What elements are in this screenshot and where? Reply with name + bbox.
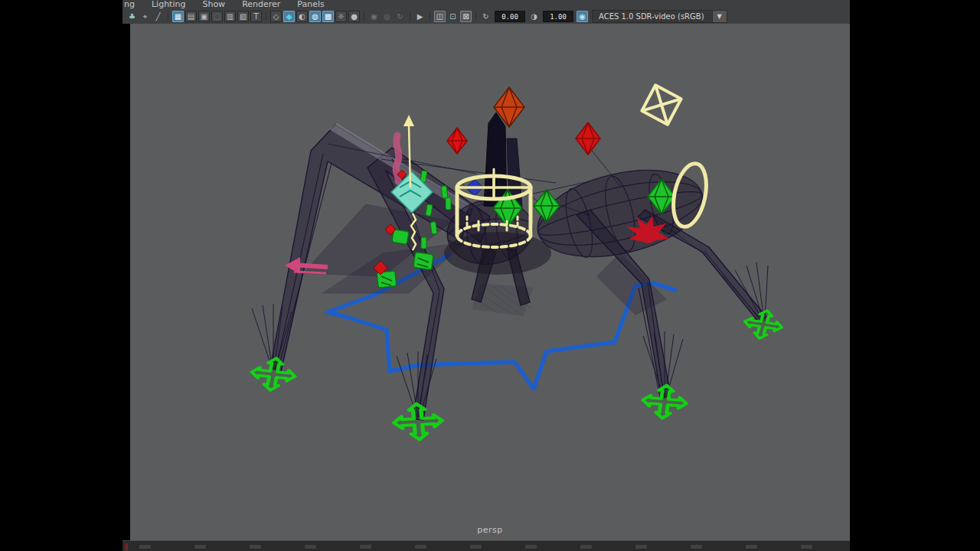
toolbar-separator	[168, 11, 168, 21]
menu-panels[interactable]: Panels	[297, 0, 332, 9]
textured-icon[interactable]: ◐	[296, 11, 308, 22]
spider-chelicerae	[484, 112, 522, 209]
master-square-control[interactable]	[642, 85, 681, 124]
timeline-tick	[580, 545, 592, 549]
toolbar-separator	[266, 11, 266, 21]
camera-pick-icon[interactable]: ⌖	[139, 11, 151, 22]
exposure-icon[interactable]: ↻	[480, 11, 492, 22]
toolbar-separator	[410, 11, 410, 21]
timeline-tick	[746, 545, 757, 549]
depth-peel-icon[interactable]: ◎	[381, 11, 393, 22]
timeline-tick	[305, 545, 316, 549]
gate-mask-icon[interactable]: ▢	[211, 11, 223, 22]
xray-joints-icon[interactable]: ⊡	[447, 11, 459, 22]
gamma-field[interactable]: 1.00	[543, 11, 573, 22]
dropdown-arrow-icon[interactable]: ▼	[713, 10, 727, 23]
pan-zoom-2d-icon[interactable]: ⊠	[460, 11, 472, 22]
multisample-icon[interactable]: ◉	[368, 11, 380, 22]
loop-icon[interactable]: ↻	[394, 11, 406, 22]
menu-renderer[interactable]: Renderer	[242, 0, 289, 9]
exposure-field[interactable]: 0.00	[495, 11, 525, 22]
xray-icon[interactable]: ◫	[434, 11, 446, 22]
shadows-icon[interactable]: ▩	[322, 11, 334, 22]
grease-pencil-icon[interactable]: ♣	[126, 11, 138, 22]
toolbar-separator	[364, 11, 364, 21]
scene-spider-rig	[130, 24, 850, 540]
timeline-tick	[635, 545, 647, 549]
use-all-lights-icon[interactable]: ◍	[309, 11, 321, 22]
keyed-controls[interactable]	[447, 122, 600, 155]
wireframe-icon[interactable]: ◇	[270, 11, 282, 22]
toolbar-separator	[430, 11, 430, 21]
toolbar-separator	[475, 11, 476, 21]
menu-ng[interactable]: ng	[124, 0, 143, 9]
color-managed-icon[interactable]: ◉	[577, 11, 588, 22]
menu-lighting[interactable]: Lighting	[152, 0, 194, 9]
isolate-select-icon[interactable]: ▶	[414, 11, 426, 22]
viewport-persp[interactable]: persp	[130, 24, 850, 540]
camera-name-label: persp	[477, 525, 503, 535]
safe-action-icon[interactable]: ▧	[237, 11, 249, 22]
timeline-tick	[801, 545, 812, 549]
timeline-tick	[525, 545, 537, 549]
timeline-tick	[360, 545, 371, 549]
view-transform-dropdown[interactable]: ACES 1.0 SDR-video (sRGB)	[592, 10, 713, 23]
safe-title-icon[interactable]: T	[250, 11, 262, 22]
maya-viewport-panel: ngLightingShowRendererPanels ♣⌖╱▦▤▣▢▥▧T◇…	[122, 0, 850, 551]
body-shadow	[444, 232, 551, 275]
motion-blur-icon[interactable]: ●	[348, 11, 360, 22]
menu-show[interactable]: Show	[202, 0, 234, 9]
panel-toolbar: ♣⌖╱▦▤▣▢▥▧T◇◆◐◍▩☼●◉◎↻▶◫⊡⊠↻0.00◑1.00◉ACES …	[122, 9, 850, 24]
resolution-gate-icon[interactable]: ▣	[198, 11, 210, 22]
timeline-tick	[250, 545, 261, 549]
foot-wires	[252, 262, 768, 417]
timeline-tick	[139, 545, 151, 549]
gamma-icon[interactable]: ◑	[528, 11, 540, 22]
timeline-start-marker	[125, 543, 128, 550]
smooth-shade-icon[interactable]: ◆	[283, 11, 295, 22]
letterbox-strip	[122, 24, 130, 540]
film-gate-icon[interactable]: ▤	[185, 11, 197, 22]
screen-ao-icon[interactable]: ☼	[335, 11, 347, 22]
marking-menu-icon[interactable]: ╱	[152, 11, 164, 22]
timeline-tick	[194, 545, 206, 549]
timeline-tick	[691, 545, 702, 549]
grid-icon[interactable]: ▦	[172, 11, 184, 22]
field-chart-icon[interactable]: ▥	[224, 11, 236, 22]
time-slider[interactable]	[122, 540, 850, 551]
timeline-tick	[470, 545, 482, 549]
ik-foot-controls[interactable]	[249, 308, 786, 441]
panel-menubar: ngLightingShowRendererPanels	[122, 0, 850, 9]
timeline-tick	[415, 545, 426, 549]
